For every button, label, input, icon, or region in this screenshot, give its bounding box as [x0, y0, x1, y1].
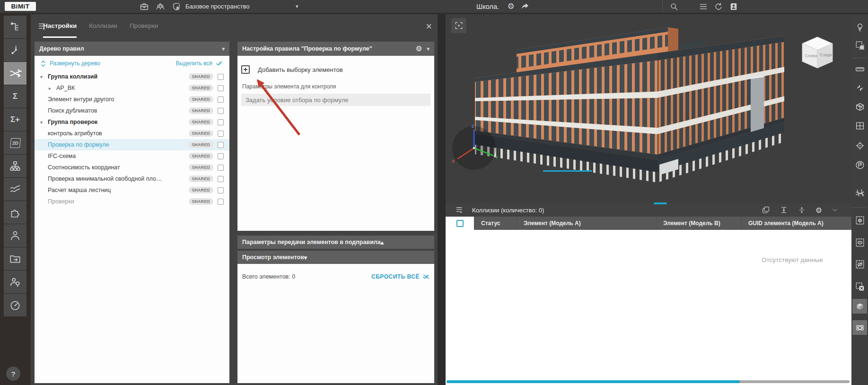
row-checkbox[interactable]: [218, 165, 224, 171]
sync-icon[interactable]: [712, 0, 725, 13]
add-selection-button[interactable]: Добавить выборку элементов: [241, 65, 343, 74]
vegetation-icon[interactable]: [852, 20, 867, 35]
panel-menu-icon[interactable]: [37, 21, 48, 32]
clash-flash-icon[interactable]: [852, 80, 867, 95]
gauge-icon[interactable]: [4, 294, 26, 316]
flag-marker-icon[interactable]: [852, 158, 867, 172]
rule-tree-header[interactable]: Дерево правил ▾: [35, 42, 229, 56]
preview-elements-header[interactable]: Просмотр элементов ▾: [237, 251, 434, 264]
project-settings-gear-icon[interactable]: ⚙: [505, 0, 517, 13]
row-checkbox[interactable]: [218, 96, 224, 103]
tree-row[interactable]: Проверка минимальной свободной площади с…: [35, 173, 229, 184]
team-users-icon[interactable]: [154, 0, 167, 13]
caret-icon[interactable]: ▾: [40, 120, 48, 125]
reset-all-button[interactable]: СБРОСИТЬ ВСЁ: [371, 273, 430, 280]
expand-collapse-icon[interactable]: [40, 60, 46, 67]
close-icon[interactable]: ×: [426, 22, 432, 31]
workspace-chevron-icon[interactable]: ▾: [296, 0, 298, 13]
floor-plan-icon[interactable]: [852, 118, 867, 133]
tree-row[interactable]: ▾Группа коллизийSHARED: [35, 71, 229, 82]
row-checkbox[interactable]: [218, 199, 224, 205]
row-checkbox[interactable]: [218, 131, 224, 137]
measure-between-icon[interactable]: [852, 185, 867, 200]
user-badge-icon[interactable]: [728, 0, 740, 13]
trend-lines-icon[interactable]: [4, 178, 26, 201]
row-checkbox[interactable]: [218, 74, 224, 80]
hide-elements-icon[interactable]: [852, 257, 867, 271]
view-cube[interactable]: Слева Сзади: [797, 31, 838, 72]
shaded-view-cube-icon[interactable]: [852, 299, 867, 314]
row-checkbox[interactable]: [218, 119, 224, 125]
tree-row[interactable]: Элемент внтури другогоSHARED: [35, 94, 229, 105]
row-checkbox[interactable]: [218, 176, 224, 182]
tree-row[interactable]: контроль атрибутовSHARED: [35, 128, 229, 139]
row-checkbox[interactable]: [218, 85, 224, 91]
orbit-mode-icon[interactable]: [852, 320, 867, 335]
clear-selection-icon[interactable]: [852, 279, 867, 294]
tree-row[interactable]: Расчет марша лестницSHARED: [35, 184, 229, 196]
row-checkbox[interactable]: [218, 142, 224, 148]
sigma-plus-icon[interactable]: Σ+: [4, 108, 26, 131]
group-copy-icon[interactable]: [762, 206, 770, 214]
collision-check-icon[interactable]: [4, 62, 26, 85]
section-box-icon[interactable]: [852, 99, 867, 114]
tree-row[interactable]: Проверка по формулеSHARED: [35, 139, 229, 150]
row-checkbox[interactable]: [218, 108, 224, 114]
caret-icon[interactable]: ▾: [40, 74, 48, 79]
org-chart-icon[interactable]: [4, 155, 26, 177]
horizontal-scrollbar[interactable]: [447, 380, 850, 383]
column-header[interactable]: Статус: [474, 217, 517, 230]
column-header[interactable]: Элемент (Модель B): [656, 217, 741, 230]
tree-row[interactable]: IFC-схемаSHARED: [35, 150, 229, 162]
folder-share-icon[interactable]: [4, 247, 26, 270]
select-all-checkbox[interactable]: [456, 220, 464, 227]
row-checkbox[interactable]: [218, 153, 224, 159]
tab-settings[interactable]: Настройки: [43, 14, 77, 38]
compress-rows-icon[interactable]: [798, 206, 806, 214]
rule-settings-chevron-icon[interactable]: ▾: [427, 46, 430, 52]
formula-condition-field[interactable]: Задать условие отбора по формуле: [241, 94, 430, 106]
user-location-icon[interactable]: [4, 271, 26, 293]
model-tree-icon[interactable]: [4, 16, 26, 38]
transfer-params-header[interactable]: Параметры передачи элементов в подправил…: [237, 236, 434, 249]
select-all-link[interactable]: Выделить всё: [175, 60, 212, 67]
tab-checks[interactable]: Проверки: [130, 14, 158, 38]
panel-drag-handle[interactable]: [654, 202, 667, 204]
tree-row[interactable]: Соотносимость координатSHARED: [35, 162, 229, 173]
select-branch-icon[interactable]: [4, 39, 26, 61]
tree-row[interactable]: ▾Группа проверокSHARED: [35, 116, 229, 128]
ruler-icon[interactable]: [852, 61, 867, 76]
fit-rows-height-icon[interactable]: [780, 206, 788, 214]
help-button[interactable]: ?: [6, 367, 20, 381]
double-check-icon[interactable]: [216, 60, 224, 67]
preview-chevron-down-icon[interactable]: ▾: [304, 254, 307, 261]
tab-collisions[interactable]: Коллизии: [89, 14, 117, 38]
plugins-puzzle-icon[interactable]: [4, 201, 26, 224]
viewport-3d[interactable]: Слева Сзади Z Y X Коллизии (количество: …: [446, 14, 851, 385]
search-icon[interactable]: [668, 0, 680, 13]
transfer-chevron-up-icon[interactable]: ▴: [381, 239, 384, 246]
capture-selection-icon[interactable]: [852, 38, 867, 52]
tree-row[interactable]: ПроверкиSHARED: [35, 196, 229, 207]
focus-view-icon[interactable]: [451, 18, 466, 33]
expand-tree-link[interactable]: Развернуть дерево: [50, 60, 100, 67]
list-menu-icon[interactable]: [697, 0, 710, 13]
collisions-menu-icon[interactable]: [455, 205, 465, 215]
projects-briefcase-icon[interactable]: [138, 0, 150, 13]
user-icon[interactable]: [4, 224, 26, 247]
show-elements-icon[interactable]: [852, 235, 867, 250]
rule-settings-gear-icon[interactable]: ⚙: [416, 44, 422, 53]
caret-icon[interactable]: ▸: [49, 86, 56, 91]
2d-view-icon[interactable]: 2D: [4, 131, 26, 154]
collisions-collapse-chevron-icon[interactable]: [832, 207, 838, 213]
column-header[interactable]: Элемент (Модель A): [517, 217, 656, 230]
share-icon[interactable]: [519, 0, 531, 13]
row-checkbox[interactable]: [218, 187, 224, 193]
workspace-selector[interactable]: Базовое пространство: [185, 0, 250, 13]
isolate-elements-icon[interactable]: [852, 213, 867, 228]
tree-row[interactable]: Поиск дубликатовSHARED: [35, 105, 229, 116]
scrollbar-thumb[interactable]: [447, 380, 740, 383]
tree-row[interactable]: ▸АР_ВКSHARED: [35, 82, 229, 94]
sigma-icon[interactable]: Σ: [4, 85, 26, 108]
collapse-chevron-icon[interactable]: ▾: [222, 46, 225, 52]
